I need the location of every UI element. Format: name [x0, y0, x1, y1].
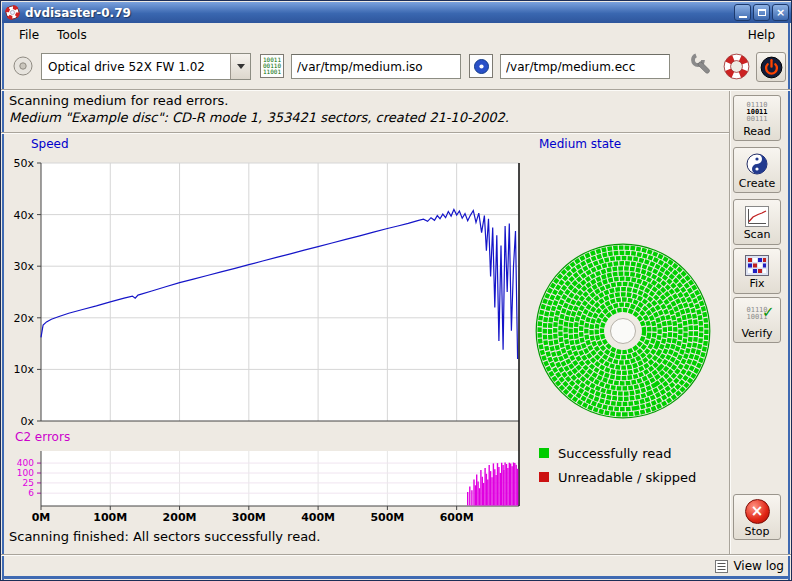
window-title: dvdisaster-0.79 [25, 6, 732, 20]
statusbar: View log [4, 556, 790, 578]
read-icon: 01110 10011 00111 [746, 101, 767, 124]
titlebar: dvdisaster-0.79 × [2, 2, 792, 23]
iso-path-input[interactable] [291, 54, 461, 79]
stop-button[interactable]: × Stop [733, 494, 781, 540]
svg-text:50x: 50x [13, 157, 34, 170]
menu-file[interactable]: File [10, 25, 48, 45]
help-lifebuoy-button[interactable] [723, 53, 750, 80]
legend-label-read: Successfully read [558, 446, 671, 461]
toolbar: Optical drive 52X FW 1.02 10011 00110 11… [4, 46, 790, 88]
wrench-icon [690, 52, 717, 81]
menubar: File Tools Help [4, 23, 790, 46]
scan-button[interactable]: Scan [733, 199, 781, 245]
log-icon [715, 560, 728, 573]
yin-yang-icon [745, 152, 769, 176]
maximize-icon [758, 9, 766, 16]
fix-button[interactable]: Fix [733, 248, 781, 294]
drive-selector-arrow-button[interactable] [230, 54, 250, 79]
app-window: dvdisaster-0.79 × File Tools Help Optica… [0, 0, 792, 581]
svg-text:10x: 10x [13, 363, 34, 376]
window-frame-right [788, 23, 790, 580]
drive-selector-value: Optical drive 52X FW 1.02 [42, 54, 230, 79]
svg-text:25: 25 [23, 478, 34, 488]
status-line-1: Scanning medium for read errors. [9, 93, 228, 108]
charts-canvas: 0x10x20x30x40x50x0M100M200M300M400M500M6… [1, 137, 729, 555]
close-icon: × [776, 7, 785, 18]
svg-text:500M: 500M [370, 511, 404, 524]
legend-swatch-read [539, 448, 549, 458]
svg-text:400: 400 [17, 458, 34, 468]
power-icon [760, 56, 783, 79]
svg-text:20x: 20x [13, 312, 34, 325]
ecc-file-icon [469, 54, 493, 78]
create-button[interactable]: Create [733, 147, 781, 193]
svg-text:200M: 200M [163, 511, 197, 524]
fix-blocks-icon [745, 255, 769, 276]
preferences-wrench-button[interactable] [690, 52, 717, 81]
view-log-label: View log [733, 559, 784, 573]
legend-item-unreadable: Unreadable / skipped [539, 465, 696, 489]
stop-icon: × [745, 499, 770, 524]
svg-text:0x: 0x [20, 415, 34, 428]
drive-selector[interactable]: Optical drive 52X FW 1.02 [41, 53, 251, 80]
legend-label-unreadable: Unreadable / skipped [558, 470, 696, 485]
scan-chart-icon [745, 206, 769, 227]
svg-text:300M: 300M [232, 511, 266, 524]
lifebuoy-icon [723, 53, 750, 80]
maximize-button[interactable] [753, 4, 770, 21]
minimize-icon [739, 16, 747, 18]
check-icon: ✓ [762, 305, 775, 320]
svg-text:40x: 40x [13, 209, 34, 222]
view-log-button[interactable]: View log [715, 559, 784, 573]
menu-tools[interactable]: Tools [48, 25, 96, 45]
svg-text:6: 6 [28, 488, 34, 498]
medium-state-legend: Successfully read Unreadable / skipped [539, 441, 696, 489]
read-button[interactable]: 01110 10011 00111 Read [733, 95, 781, 141]
scan-result-text: Scanning finished: All sectors successfu… [9, 529, 321, 544]
quit-power-button[interactable] [756, 52, 786, 82]
chevron-down-icon [237, 64, 245, 69]
menu-help[interactable]: Help [739, 25, 784, 45]
iso-file-icon: 10011 00110 11001 [260, 54, 284, 78]
legend-item-read: Successfully read [539, 441, 696, 465]
close-button[interactable]: × [772, 4, 789, 21]
legend-swatch-unreadable [539, 472, 549, 482]
minimize-button[interactable] [734, 4, 751, 21]
status-line-2: Medium "Example disc": CD-R mode 1, 3534… [9, 110, 509, 125]
svg-text:400M: 400M [301, 511, 335, 524]
status-separator [1, 132, 730, 134]
app-icon [5, 5, 20, 20]
verify-button[interactable]: 01110 10011 ✓ Verify [733, 297, 781, 343]
sidebar-separator [729, 91, 731, 554]
verify-icon: 01110 10011 ✓ [746, 303, 767, 326]
svg-text:100: 100 [17, 468, 34, 478]
drive-icon [11, 54, 35, 78]
svg-text:100M: 100M [93, 511, 127, 524]
svg-text:0M: 0M [32, 511, 51, 524]
ecc-path-input[interactable] [500, 54, 670, 79]
svg-text:600M: 600M [440, 511, 474, 524]
toolbar-separator [1, 89, 792, 91]
svg-text:30x: 30x [13, 260, 34, 273]
